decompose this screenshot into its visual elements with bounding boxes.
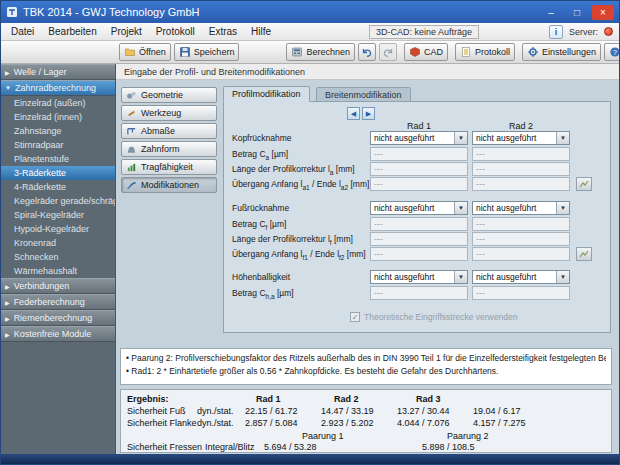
sidebar-item-3-raederkette[interactable]: 3-Räderkette [1, 166, 115, 180]
minimize-button[interactable]: – [540, 5, 562, 20]
fussruecknahme-rad2-select[interactable]: nicht ausgeführt ▼ [472, 201, 570, 215]
chevron-down-icon: ▼ [556, 132, 569, 144]
menu-extras[interactable]: Extras [202, 23, 244, 40]
sidebar-item-kronenrad[interactable]: Kronenrad [1, 236, 115, 250]
sidebar-item-stirnradpaar[interactable]: Stirnradpaar [1, 138, 115, 152]
laenge-la-label: Länge der Profilkorrektur la [mm] [232, 164, 355, 176]
app-window: TBK 2014 - GWJ Technology GmbH – □ × Dat… [0, 0, 620, 465]
menu-projekt[interactable]: Projekt [104, 23, 149, 40]
caliper-icon [126, 126, 137, 137]
protocol-button[interactable]: Protokoll [455, 43, 515, 61]
warning-message: • Paarung 2: Profilverschiebungsfaktor d… [126, 352, 606, 365]
scuffing-safety-label: Sicherheit Fressen [127, 442, 202, 452]
fussruecknahme-rad1-select[interactable]: nicht ausgeführt ▼ [370, 201, 468, 215]
zahnform-button[interactable]: Zahnform [121, 141, 217, 157]
sidebar-section-welle-lager[interactable]: ▶ Welle / Lager [1, 64, 115, 80]
section-label: Kostenfreie Module [14, 329, 92, 339]
sidebar-item-planetenstufe[interactable]: Planetenstufe [1, 152, 115, 166]
sidebar-item-kegelraeder[interactable]: Kegelräder gerade/schräg [1, 194, 115, 208]
betrag-cha-label: Betrag Ch,a [µm] [232, 288, 294, 300]
hoehenballigkeit-rad2-select[interactable]: nicht ausgeführt ▼ [472, 270, 570, 284]
document-icon [460, 46, 472, 58]
sidebar-item-spiral-kegelraeder[interactable]: Spiral-Kegelräder [1, 208, 115, 222]
sidebar-item-4-raederkette[interactable]: 4-Räderkette [1, 180, 115, 194]
nav-right-button[interactable]: ▶ [362, 107, 375, 120]
root-safety-value: 14.47 / 33.19 [321, 406, 374, 416]
sidebar-item-einzelrad-innen[interactable]: Einzelrad (innen) [1, 110, 115, 124]
help-button[interactable]: ? Hilfe [604, 43, 620, 61]
tragfaehigkeit-button[interactable]: Tragfähigkeit [121, 159, 217, 175]
module-label: Zahnform [141, 144, 180, 154]
protocol-label: Protokoll [475, 47, 510, 57]
tab-breitenmodifikation[interactable]: Breitenmodifikation [316, 87, 411, 102]
laenge-lf-label: Länge der Profilkorrektur lf [mm] [232, 234, 353, 246]
sidebar-item-schnecken[interactable]: Schnecken [1, 250, 115, 264]
calculate-button[interactable]: Berechnen [286, 43, 355, 61]
uebergang-a-detail-button [576, 177, 592, 191]
undo-button[interactable] [358, 43, 376, 61]
root-safety-value: 19.04 / 6.17 [473, 406, 521, 416]
modifikationen-button[interactable]: Modifikationen [121, 177, 217, 193]
sidebar-section-kostenfreie-module[interactable]: ▶ Kostenfreie Module [1, 326, 115, 342]
open-button[interactable]: Öffnen [119, 43, 171, 61]
titlebar: TBK 2014 - GWJ Technology GmbH – □ × [1, 1, 619, 23]
sidebar-item-zahnstange[interactable]: Zahnstange [1, 124, 115, 138]
sidebar-section-zahnradberechnung[interactable]: ▼ Zahnradberechnung [1, 80, 115, 96]
module-label: Werkzeug [141, 108, 181, 118]
mini-chart-icon [579, 179, 589, 189]
module-label: Abmaße [141, 126, 175, 136]
select-value: nicht ausgeführt [371, 132, 454, 144]
floppy-icon [179, 46, 191, 58]
sidebar-item-einzelrad-aussen[interactable]: Einzelrad (außen) [1, 96, 115, 110]
settings-button[interactable]: Einstellungen [522, 43, 601, 61]
tab-profilmodifikation[interactable]: Profilmodifikation [223, 86, 310, 102]
maximize-icon: □ [574, 7, 580, 18]
sidebar-item-hypoid-kegelraeder[interactable]: Hypoid-Kegelräder [1, 222, 115, 236]
geometry-icon [126, 90, 137, 101]
cad-button[interactable]: CAD [404, 43, 448, 61]
chevron-right-icon: ▶ [5, 331, 10, 338]
nav-left-button[interactable]: ◀ [347, 107, 360, 120]
results-col-rad1: Rad 1 [256, 394, 281, 404]
uebergang-f-detail-button [576, 247, 592, 261]
menu-datei[interactable]: Datei [4, 23, 41, 40]
redo-button [379, 43, 397, 61]
chevron-right-icon: ▶ [5, 283, 10, 290]
flank-safety-mode: dyn./stat. [197, 418, 234, 428]
menu-bearbeiten[interactable]: Bearbeiten [41, 23, 103, 40]
results-col-rad3: Rad 3 [416, 394, 441, 404]
maximize-button[interactable]: □ [566, 5, 588, 20]
uebergang-lf-rad2-input [472, 247, 570, 261]
results-col-rad2: Rad 2 [334, 394, 359, 404]
sidebar-section-riemenberechnung[interactable]: ▶ Riemenberechnung [1, 310, 115, 326]
betrag-cf-rad1-input [370, 217, 468, 231]
help-icon: ? [609, 46, 620, 58]
info-icon[interactable]: i [549, 25, 563, 39]
results-box: Ergebnis: Rad 1 Rad 2 Rad 3 Sicherheit F… [120, 389, 612, 453]
uebergang-la-rad1-input [370, 177, 468, 191]
sidebar-item-waermehaushalt[interactable]: Wärmehaushalt [1, 264, 115, 278]
hoehenballigkeit-rad1-select[interactable]: nicht ausgeführt ▼ [370, 270, 468, 284]
root-safety-mode: dyn./stat. [197, 406, 234, 416]
cad-status-field: 3D-CAD: keine Aufträge [369, 25, 479, 39]
minimize-icon: – [548, 7, 554, 18]
uebergang-la-rad2-input [472, 177, 570, 191]
save-button[interactable]: Speichern [174, 43, 240, 61]
kopfruecknahme-rad2-select[interactable]: nicht ausgeführt ▼ [472, 131, 570, 145]
abmasse-button[interactable]: Abmaße [121, 123, 217, 139]
kopfruecknahme-rad1-select[interactable]: nicht ausgeführt ▼ [370, 131, 468, 145]
sidebar-section-federberechnung[interactable]: ▶ Federberechnung [1, 294, 115, 310]
profile-modification-panel: ◀ ▶ Rad 1 Rad 2 Kopfrücknahme nicht ausg… [223, 101, 611, 333]
module-label: Geometrie [141, 90, 183, 100]
geometrie-button[interactable]: Geometrie [121, 87, 217, 103]
menu-protokoll[interactable]: Protokoll [149, 23, 202, 40]
sidebar-section-verbindungen[interactable]: ▶ Verbindungen [1, 278, 115, 294]
flank-safety-value: 4.157 / 7.275 [473, 418, 526, 428]
warning-box: • Paarung 2: Profilverschiebungsfaktor d… [120, 348, 612, 385]
betrag-cf-label: Betrag Cf [µm] [232, 219, 286, 231]
kopfruecknahme-label: Kopfrücknahme [232, 133, 292, 143]
close-button[interactable]: × [592, 5, 614, 20]
werkzeug-button[interactable]: Werkzeug [121, 105, 217, 121]
menu-hilfe[interactable]: Hilfe [244, 23, 278, 40]
checkbox-check-icon: ✓ [350, 312, 360, 322]
